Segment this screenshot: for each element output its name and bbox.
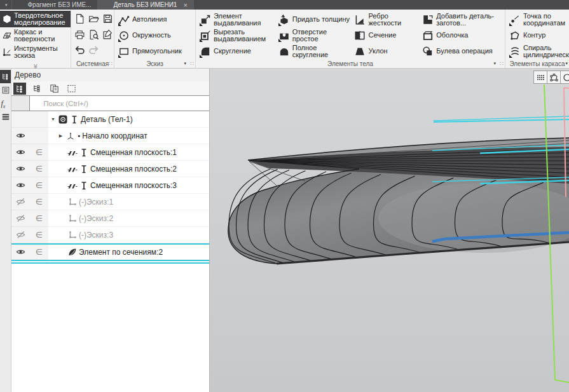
tree-insert-indicator[interactable]: [11, 260, 209, 264]
undo-button[interactable]: [73, 44, 86, 57]
redo-button[interactable]: [87, 44, 100, 57]
ribbon-item[interactable]: Булева операция: [422, 43, 501, 59]
ribbon-item[interactable]: Скругление: [200, 43, 277, 59]
boolean-icon: [422, 46, 434, 57]
tree-structure-view-button[interactable]: [13, 83, 26, 95]
section-cell[interactable]: [30, 111, 48, 128]
ribbon-item[interactable]: Автолиния: [118, 11, 191, 27]
contour-display-button[interactable]: [547, 71, 561, 84]
tree-row[interactable]: ∈(-)Эскиз:1: [11, 194, 209, 210]
tree-row-content: Смещенная плоскость:1: [48, 144, 209, 161]
window-menu-button[interactable]: ▾: [0, 0, 12, 10]
body-icon: [79, 164, 89, 174]
visibility-cell[interactable]: [11, 210, 30, 227]
tree-plain-view-button[interactable]: [31, 83, 43, 95]
ribbon-item[interactable]: Ребро жесткости: [354, 11, 421, 27]
ribbon-group-label: Эскиз▾∷: [114, 59, 195, 68]
search-input[interactable]: [43, 100, 206, 107]
ribbon-group-label: Элементы тела▾∷: [196, 59, 505, 68]
eye-off-icon: [16, 213, 25, 223]
section-cell[interactable]: ∈: [30, 161, 48, 177]
print-preview-button[interactable]: [87, 28, 100, 41]
new-document-button[interactable]: [73, 12, 86, 25]
visibility-cell[interactable]: [11, 161, 30, 177]
tree-row[interactable]: ∈(-)Эскиз:2: [11, 210, 209, 227]
strip-parameters-panel-button[interactable]: [0, 83, 11, 97]
tree-row[interactable]: ∈Смещенная плоскость:3: [11, 177, 209, 194]
ribbon-item-label: Уклон: [368, 48, 387, 55]
tree-row[interactable]: ∈Элемент по сечениям:2: [11, 243, 209, 260]
section-cell[interactable]: ∈: [30, 177, 48, 194]
visibility-cell[interactable]: [11, 227, 30, 243]
visibility-cell[interactable]: [11, 144, 30, 161]
group-drag-handle[interactable]: ∷: [190, 60, 193, 67]
ribbon-item[interactable]: Окружность: [118, 27, 191, 43]
circle-display-button[interactable]: [560, 71, 569, 84]
group-dropdown-icon[interactable]: ▾: [493, 61, 496, 66]
area-select-button[interactable]: [65, 83, 78, 95]
viewport-quick-toolbar: [534, 71, 569, 84]
ribbon-item[interactable]: Полное скругление: [278, 43, 353, 59]
tab-part[interactable]: Деталь БЕЗ ИМЕНИ1 ×: [98, 0, 194, 10]
section-cell[interactable]: ∈: [30, 144, 48, 161]
tab-fragment[interactable]: Фрагмент БЕЗ ИМЕ...: [12, 0, 98, 10]
strip-tree-panel-button[interactable]: [0, 70, 11, 83]
grid-snap-button[interactable]: [533, 71, 547, 84]
tree-row[interactable]: ∈Смещенная плоскость:1: [11, 144, 209, 161]
ribbon-item[interactable]: Добавить деталь-заготов...: [422, 11, 501, 27]
relations-view-button[interactable]: [48, 83, 60, 95]
gear-icon[interactable]: [196, 71, 206, 80]
group-drag-handle[interactable]: ∷: [500, 60, 503, 67]
save-document-button[interactable]: [101, 12, 114, 25]
ribbon-item[interactable]: Прямоугольник: [118, 43, 191, 59]
mode-item-0[interactable]: Твердотельное моделирование: [0, 11, 71, 27]
close-tab-icon[interactable]: ×: [183, 2, 187, 8]
ribbon-item[interactable]: Элемент выдавливания: [200, 11, 277, 27]
ribbon-item[interactable]: Оболочка: [422, 27, 501, 43]
group-drag-handle[interactable]: ∷: [109, 60, 112, 67]
ribbon-item[interactable]: Уклон: [354, 43, 421, 59]
viewport-3d[interactable]: [210, 69, 569, 392]
doc-relations-icon: [50, 84, 59, 93]
ribbon-item[interactable]: Сечение: [354, 27, 421, 43]
loft-part-body[interactable]: [228, 138, 569, 264]
section-cell[interactable]: ∈: [30, 210, 48, 227]
ribbon-item[interactable]: Вырезать выдавливанием: [200, 27, 277, 43]
section-cell[interactable]: ∈: [30, 227, 48, 243]
caret-down-icon[interactable]: ▼: [50, 117, 57, 121]
section-cell[interactable]: ∈: [30, 245, 48, 260]
group-dropdown-icon[interactable]: ▾: [184, 61, 186, 66]
visibility-cell[interactable]: [11, 194, 30, 210]
filter-button[interactable]: [11, 96, 30, 111]
ribbon-item[interactable]: Контур: [509, 27, 565, 43]
print-button[interactable]: [73, 28, 86, 41]
strip-main-menu-button[interactable]: [0, 110, 11, 123]
ribbon-item[interactable]: Отверстие простое: [278, 27, 353, 43]
section-cell[interactable]: [30, 128, 48, 144]
section-cell[interactable]: ∈: [30, 194, 48, 210]
origin-bullet-icon: ●: [78, 133, 80, 138]
visibility-cell[interactable]: [11, 111, 30, 128]
ribbon-item[interactable]: Спираль цилиндрическ: [509, 43, 565, 59]
sketch-tools-icon: [2, 47, 12, 57]
eye-icon: [16, 147, 25, 157]
collapse-ribbon-button[interactable]: ≫: [0, 60, 71, 68]
tree-row[interactable]: ∈(-)Эскиз:3: [11, 227, 209, 243]
tree-row[interactable]: ▼Деталь (Тел-1): [11, 111, 209, 128]
visibility-cell[interactable]: [11, 128, 30, 144]
strip-variables-panel-button[interactable]: fx: [0, 97, 11, 110]
preview-icon: [88, 29, 99, 40]
visibility-cell[interactable]: [11, 245, 30, 260]
ribbon-item[interactable]: Придать толщину: [278, 11, 353, 27]
visibility-cell[interactable]: [11, 177, 30, 194]
save-as-button[interactable]: [101, 28, 114, 41]
group-dropdown-icon[interactable]: ▾: [565, 61, 568, 66]
eye-off-icon: [16, 197, 25, 206]
tree-row[interactable]: ▶●Начало координат: [11, 128, 209, 144]
ribbon-item[interactable]: Точка по координатам: [509, 11, 565, 27]
mode-item-1[interactable]: Каркас и поверхности: [0, 27, 71, 44]
mode-item-2[interactable]: Инструменты эскиза: [0, 44, 71, 60]
tree-row[interactable]: ∈Смещенная плоскость:2: [11, 161, 209, 177]
open-document-button[interactable]: [87, 12, 100, 25]
caret-right-icon[interactable]: ▶: [57, 133, 64, 139]
